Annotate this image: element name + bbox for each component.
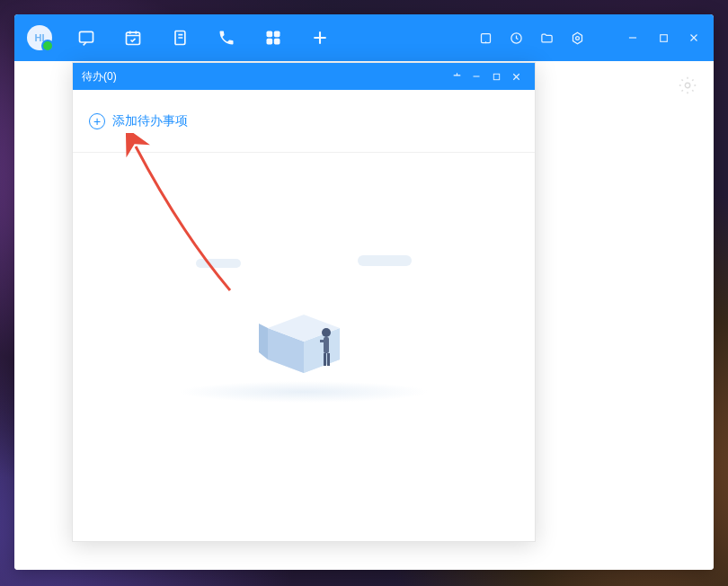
apps-grid-icon[interactable]: [264, 29, 282, 47]
folder-icon[interactable]: [539, 31, 554, 45]
svg-rect-9: [660, 34, 667, 41]
todo-close-icon[interactable]: [506, 71, 526, 83]
plus-circle-icon: +: [89, 113, 105, 129]
calendar-check-icon[interactable]: [124, 29, 142, 47]
add-todo-label: 添加待办事项: [112, 113, 188, 129]
todo-minimize-icon[interactable]: [466, 71, 486, 82]
svg-marker-12: [268, 346, 340, 373]
svg-rect-4: [267, 39, 273, 45]
notes-icon[interactable]: [171, 29, 189, 47]
todo-window: 待办(0) + 添加待办事项: [72, 62, 536, 542]
svg-rect-11: [493, 74, 499, 79]
todo-title-text: 待办(0): [82, 69, 117, 84]
right-icons: [478, 31, 701, 45]
phone-icon[interactable]: [218, 29, 235, 47]
svg-point-10: [685, 83, 690, 88]
close-icon[interactable]: [687, 31, 701, 45]
maximize-icon[interactable]: [656, 31, 670, 45]
svg-rect-0: [80, 31, 93, 42]
history-icon[interactable]: [509, 31, 523, 45]
add-todo-button[interactable]: + 添加待办事项: [73, 90, 535, 153]
empty-state-illustration: [73, 243, 535, 403]
svg-marker-14: [304, 328, 340, 373]
nav-icons: [77, 29, 329, 47]
plus-icon[interactable]: [311, 29, 329, 47]
pin-icon[interactable]: [447, 71, 466, 83]
svg-marker-16: [259, 324, 268, 360]
svg-point-8: [575, 36, 579, 40]
mini-app-icon[interactable]: [478, 31, 493, 45]
svg-rect-1: [127, 32, 140, 44]
svg-marker-13: [268, 328, 304, 373]
svg-rect-19: [320, 340, 324, 342]
titlebar: HI: [14, 14, 714, 61]
todo-maximize-icon[interactable]: [486, 72, 506, 82]
chat-icon[interactable]: [77, 29, 95, 47]
hexagon-settings-icon[interactable]: [570, 31, 584, 45]
svg-rect-18: [324, 337, 329, 353]
gear-icon[interactable]: [678, 75, 697, 95]
todo-titlebar: 待办(0): [73, 63, 535, 90]
svg-rect-2: [267, 31, 273, 38]
svg-rect-21: [327, 353, 330, 366]
svg-marker-15: [268, 315, 340, 342]
minimize-icon[interactable]: [626, 31, 640, 45]
svg-rect-6: [481, 33, 490, 42]
svg-rect-20: [324, 353, 326, 366]
svg-point-17: [322, 328, 331, 337]
avatar-text: HI: [35, 32, 45, 43]
svg-rect-3: [274, 31, 280, 38]
avatar[interactable]: HI: [27, 25, 52, 50]
svg-rect-5: [274, 39, 280, 45]
content-area: 待办(0) + 添加待办事项: [14, 61, 714, 570]
main-app-window: HI: [14, 14, 714, 570]
